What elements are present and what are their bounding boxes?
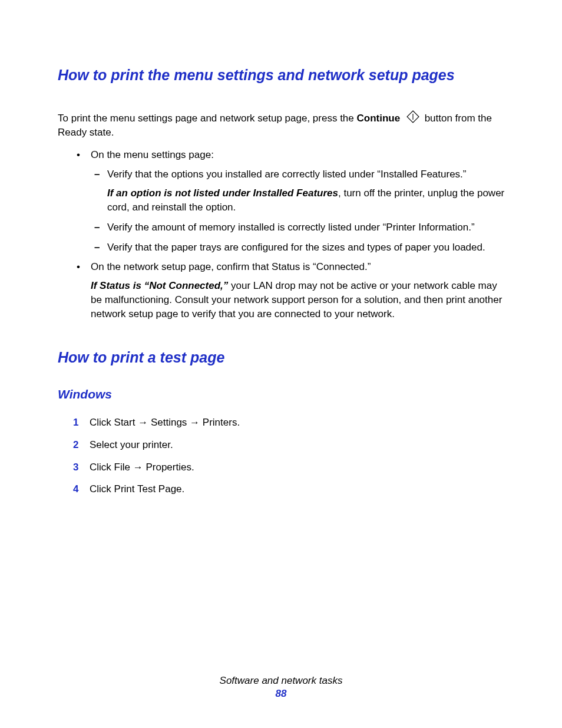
step-bold-settings: Settings (151, 417, 187, 428)
dash-text: Verify that the options you installed ar… (107, 169, 466, 180)
intro-pre-text: To print the menu settings page and netw… (58, 113, 357, 124)
arrow-icon: → (130, 462, 146, 473)
step-bold-printers: Printers (203, 417, 237, 428)
step-pre: Click (90, 417, 114, 428)
step-post: . (182, 483, 185, 495)
steps-list: Click Start → Settings → Printers. Selec… (58, 416, 509, 496)
dash-paper-trays: Verify that the paper trays are configur… (107, 241, 509, 255)
dash-text: Verify that the paper trays are configur… (107, 242, 485, 253)
heading-windows: Windows (58, 386, 509, 403)
step-bold-start: Start (114, 417, 135, 428)
document-page: How to print the menu settings and netwo… (0, 0, 562, 496)
note-italic: If Status is “Not Connected,” (91, 280, 228, 291)
step-1: Click Start → Settings → Printers. (90, 416, 509, 430)
dash-memory: Verify the amount of memory installed is… (107, 220, 509, 235)
step-bold-print-test: Print Test Page (114, 483, 182, 495)
bullet-text: On the network setup page, confirm that … (91, 261, 371, 272)
footer-page-number: 88 (0, 688, 562, 700)
heading-menu-network: How to print the menu settings and netwo… (58, 65, 509, 85)
note-installed-features: If an option is not listed under Install… (107, 186, 509, 215)
footer-title: Software and network tasks (0, 675, 562, 687)
step-bold-properties: Properties (146, 462, 191, 473)
intro-paragraph: To print the menu settings page and netw… (58, 110, 509, 140)
arrow-icon: → (135, 417, 150, 428)
page-footer: Software and network tasks 88 (0, 675, 562, 700)
step-3: Click File → Properties. (90, 460, 509, 475)
dash-installed-features: Verify that the options you installed ar… (107, 167, 509, 214)
bullet-menu-settings: On the menu settings page: Verify that t… (91, 148, 509, 255)
arrow-icon: → (187, 417, 202, 428)
step-4: Click Print Test Page. (90, 482, 509, 496)
dash-text: Verify the amount of memory installed is… (107, 222, 475, 233)
continue-diamond-icon (406, 110, 419, 123)
step-2: Select your printer. (90, 438, 509, 452)
step-post: . (191, 462, 194, 473)
note-italic: If an option is not listed under Install… (107, 187, 338, 199)
step-post: . (237, 417, 240, 428)
bullet-text: On the menu settings page: (91, 149, 214, 160)
bullet-list: On the menu settings page: Verify that t… (58, 148, 509, 321)
step-text: Select your printer. (90, 439, 173, 450)
step-pre: Click (90, 462, 114, 473)
continue-label: Continue (357, 113, 401, 124)
step-pre: Click (90, 483, 114, 495)
bullet-network-setup: On the network setup page, confirm that … (91, 260, 509, 321)
note-not-connected: If Status is “Not Connected,” your LAN d… (91, 279, 509, 321)
dash-list: Verify that the options you installed ar… (91, 167, 509, 254)
step-bold-file: File (114, 462, 130, 473)
heading-test-page: How to print a test page (58, 347, 509, 368)
